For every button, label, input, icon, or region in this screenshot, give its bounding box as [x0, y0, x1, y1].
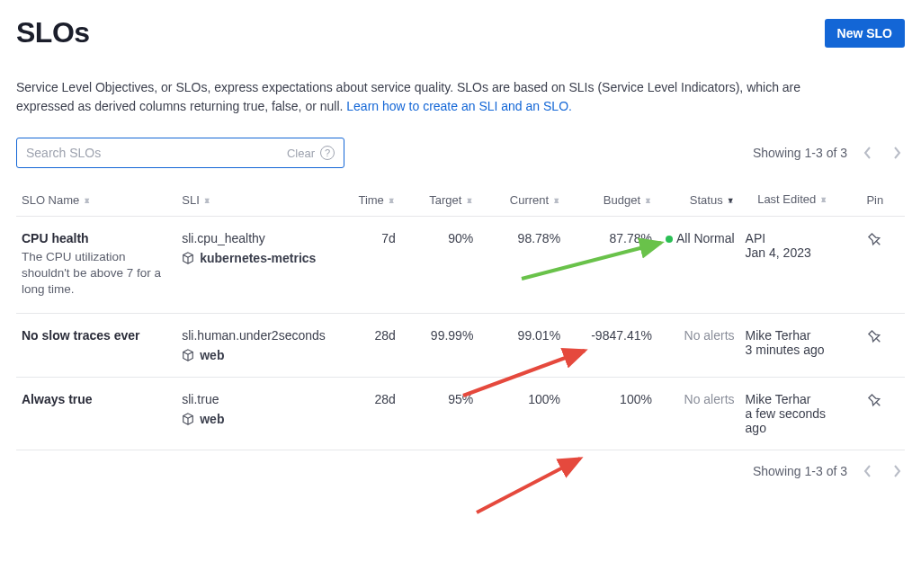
cell-target: 99.99%	[401, 313, 479, 377]
search-input[interactable]	[26, 146, 287, 160]
cell-target: 95%	[401, 377, 479, 450]
col-time[interactable]: Time ▲▼	[327, 184, 400, 217]
dataset-name: web	[200, 412, 224, 426]
slo-table: SLO Name ▲▼ SLI ▲▼ Time ▲▼ Target ▲▼ Cur…	[16, 184, 905, 450]
dataset-cube-icon	[182, 349, 194, 361]
col-current[interactable]: Current ▲▼	[478, 184, 566, 217]
slo-name: CPU health	[22, 231, 171, 245]
sli-name: sli.human.under2seconds	[182, 328, 322, 343]
pin-icon[interactable]	[863, 388, 888, 414]
cell-budget: 100%	[566, 377, 657, 450]
cell-time: 7d	[327, 217, 400, 314]
intro-learn-link[interactable]: Learn how to create an SLI and an SLO.	[346, 99, 572, 113]
status-text: No alerts	[684, 328, 735, 343]
editor-name: Mike Terhar	[746, 328, 840, 343]
pin-icon[interactable]	[863, 325, 888, 350]
cell-current: 98.78%	[478, 217, 566, 314]
slo-name: No slow traces ever	[22, 328, 171, 343]
cell-budget: 87.78%	[566, 217, 657, 314]
pager-prev-bottom-icon[interactable]	[860, 463, 876, 479]
search-box[interactable]: Clear ?	[16, 138, 344, 168]
col-name[interactable]: SLO Name ▲▼	[16, 184, 176, 217]
col-budget[interactable]: Budget ▲▼	[566, 184, 657, 217]
help-icon[interactable]: ?	[320, 146, 335, 160]
col-target[interactable]: Target ▲▼	[401, 184, 479, 217]
intro-text: Service Level Objectives, or SLOs, expre…	[16, 78, 844, 116]
pager-next-bottom-icon[interactable]	[889, 463, 905, 479]
cell-status: All Normal	[657, 217, 740, 314]
cell-current: 99.01%	[478, 313, 566, 377]
edited-when: Jan 4, 2023	[746, 245, 840, 260]
search-clear-button[interactable]: Clear	[287, 147, 315, 160]
col-last-edited[interactable]: Last Edited ▲▼	[740, 184, 845, 217]
status-text: No alerts	[684, 392, 735, 406]
cell-target: 90%	[401, 217, 479, 314]
sli-name: sli.true	[182, 392, 322, 406]
page-title: SLOs	[16, 16, 90, 49]
pin-icon[interactable]	[863, 227, 888, 253]
col-pin: Pin	[845, 184, 905, 217]
cell-status: No alerts	[657, 313, 740, 377]
dataset-name: web	[200, 348, 224, 362]
table-row[interactable]: No slow traces eversli.human.under2secon…	[16, 313, 905, 377]
pager-top: Showing 1-3 of 3	[753, 145, 905, 161]
pager-summary-bottom: Showing 1-3 of 3	[753, 464, 847, 478]
cell-current: 100%	[478, 377, 566, 450]
pager-next-icon[interactable]	[889, 145, 905, 161]
sli-name: sli.cpu_healthy	[182, 231, 322, 245]
cell-time: 28d	[327, 313, 400, 377]
dataset-cube-icon	[182, 252, 194, 264]
pager-bottom: Showing 1-3 of 3	[16, 450, 905, 492]
pager-summary: Showing 1-3 of 3	[753, 146, 847, 160]
new-slo-button[interactable]: New SLO	[825, 19, 905, 48]
slo-desc: The CPU utilization shouldn't be above 7…	[22, 249, 171, 298]
dataset-name: kubernetes-metrics	[200, 251, 316, 265]
dataset-cube-icon	[182, 413, 194, 425]
col-sli[interactable]: SLI ▲▼	[176, 184, 327, 217]
svg-line-2	[876, 402, 880, 405]
status-dot-icon	[666, 236, 673, 243]
col-status[interactable]: Status ▲▼	[657, 184, 740, 217]
status-text: All Normal	[676, 231, 735, 245]
cell-budget: -9847.41%	[566, 313, 657, 377]
cell-status: No alerts	[657, 377, 740, 450]
pager-prev-icon[interactable]	[860, 145, 876, 161]
editor-name: Mike Terhar	[746, 392, 840, 406]
edited-when: a few seconds ago	[746, 406, 840, 435]
edited-when: 3 minutes ago	[746, 343, 840, 357]
svg-line-0	[876, 241, 880, 245]
editor-name: API	[746, 231, 840, 245]
slo-name: Always true	[22, 392, 171, 406]
cell-time: 28d	[327, 377, 400, 450]
table-row[interactable]: CPU healthThe CPU utilization shouldn't …	[16, 217, 905, 314]
table-row[interactable]: Always truesli.trueweb28d95%100%100%No a…	[16, 377, 905, 450]
svg-line-1	[876, 338, 880, 342]
